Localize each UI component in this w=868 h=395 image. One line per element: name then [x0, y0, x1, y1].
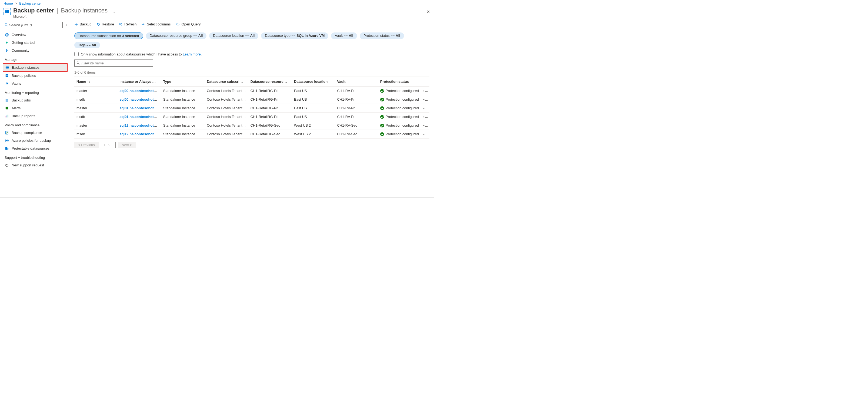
- row-menu[interactable]: •••: [421, 87, 429, 95]
- nav-item-new-support-request[interactable]: New support request: [3, 161, 67, 169]
- learn-more-link[interactable]: Learn more: [183, 52, 200, 56]
- breadcrumb-current[interactable]: Backup center: [19, 1, 42, 5]
- cell-instance: sql00.na.contosohotels…: [117, 87, 161, 95]
- instance-link[interactable]: sql01.na.contosohotels…: [119, 106, 161, 110]
- instance-link[interactable]: sql12.na.contosohotels…: [119, 123, 161, 128]
- nav-item-backup-policies[interactable]: Backup policies: [3, 72, 67, 80]
- query-button[interactable]: Open Query: [176, 22, 201, 26]
- filter-pill[interactable]: Datasource type == SQL in Azure VM: [261, 32, 328, 39]
- title-more[interactable]: …: [113, 9, 117, 13]
- row-menu[interactable]: •••: [421, 130, 429, 139]
- restore-button[interactable]: Restore: [96, 22, 114, 26]
- svg-point-9: [7, 50, 8, 51]
- col-header[interactable]: Name↑↓: [74, 77, 117, 87]
- page-select[interactable]: 1: [101, 142, 116, 148]
- filter-pill[interactable]: Tags == All: [74, 42, 100, 48]
- col-header[interactable]: Vault: [335, 77, 378, 87]
- table-row[interactable]: mastersql12.na.contosohotels…Standalone …: [74, 121, 429, 130]
- cell-rg: CH1-RetailRG-Pri: [248, 113, 292, 121]
- col-header[interactable]: Instance or Always …: [117, 77, 161, 87]
- success-icon: [380, 132, 384, 136]
- refresh-icon: [119, 23, 123, 26]
- cell-name: msdb: [74, 113, 117, 121]
- nav-item-backup-compliance[interactable]: Backup compliance: [3, 129, 67, 137]
- nav-label: Overview: [11, 33, 26, 37]
- row-menu[interactable]: •••: [421, 113, 429, 121]
- vault-icon: [5, 81, 9, 85]
- cell-sub: Contoso Hotels Tenant -…: [205, 130, 248, 139]
- nav-item-backup-jobs[interactable]: Backup jobs: [3, 96, 67, 104]
- sidebar-collapse[interactable]: «: [65, 23, 67, 27]
- svg-point-8: [6, 49, 7, 51]
- instance-link[interactable]: sql00.na.contosohotels…: [119, 97, 161, 102]
- svg-rect-28: [7, 148, 8, 150]
- col-header[interactable]: Datasource subscri…: [205, 77, 248, 87]
- title-divider: |: [57, 7, 58, 14]
- cell-type: Standalone Instance: [161, 121, 205, 130]
- instance-icon: [5, 65, 9, 69]
- name-filter[interactable]: [74, 59, 153, 66]
- backup-button[interactable]: Backup: [74, 22, 91, 26]
- breadcrumb-home[interactable]: Home: [3, 1, 13, 5]
- name-filter-input[interactable]: [81, 61, 151, 65]
- cell-name: msdb: [74, 95, 117, 104]
- refresh-button[interactable]: Refresh: [119, 22, 137, 26]
- cell-vault: CH1-RV-Pri: [335, 95, 378, 104]
- svg-rect-14: [6, 75, 7, 75]
- rocket-icon: [5, 40, 9, 45]
- sidebar-search[interactable]: [3, 22, 63, 28]
- table-row[interactable]: msdbsql01.na.contosohotels…Standalone In…: [74, 113, 429, 121]
- row-menu[interactable]: •••: [421, 104, 429, 113]
- prev-button[interactable]: < Previous: [74, 142, 99, 148]
- access-checkbox[interactable]: [74, 52, 79, 56]
- col-header[interactable]: Datasource resourc…: [248, 77, 292, 87]
- filter-pill[interactable]: Datasource subscription == 3 selected: [74, 32, 143, 39]
- filter-pill[interactable]: Protection status == All: [360, 32, 404, 39]
- nav-label: Backup policies: [11, 74, 36, 78]
- nav-label: Alerts: [11, 106, 21, 110]
- cloud-icon: [176, 23, 180, 26]
- instance-link[interactable]: sql12.na.contosohotels…: [119, 132, 161, 136]
- nav-item-backup-instances[interactable]: Backup instances: [3, 63, 67, 72]
- svg-point-30: [6, 164, 7, 165]
- table-row[interactable]: mastersql00.na.contosohotels…Standalone …: [74, 87, 429, 95]
- columns-button[interactable]: Select columns: [141, 22, 170, 26]
- cell-vault: CH1-RV-Pri: [335, 104, 378, 113]
- instance-link[interactable]: sql00.na.contosohotels…: [119, 89, 161, 93]
- table-row[interactable]: msdbsql00.na.contosohotels…Standalone In…: [74, 95, 429, 104]
- nav-item-protectable-datasources[interactable]: Protectable datasources: [3, 144, 67, 152]
- cell-loc: West US 2: [292, 121, 335, 130]
- table-row[interactable]: mastersql01.na.contosohotels…Standalone …: [74, 104, 429, 113]
- filter-pill[interactable]: Datasource resource group == All: [146, 32, 207, 39]
- nav-item-vaults[interactable]: Vaults: [3, 80, 67, 87]
- filter-pill[interactable]: Datasource location == All: [209, 32, 258, 39]
- svg-rect-23: [6, 115, 7, 118]
- nav-item-alerts[interactable]: Alerts: [3, 104, 67, 112]
- col-header[interactable]: Type: [161, 77, 205, 87]
- row-menu[interactable]: •••: [421, 95, 429, 104]
- nav-item-backup-reports[interactable]: Backup reports: [3, 112, 67, 120]
- globe-icon: [5, 33, 9, 37]
- nav-item-azure-policies-for-backup[interactable]: Azure policies for backup: [3, 137, 67, 144]
- nav-item-overview[interactable]: Overview: [3, 31, 67, 39]
- search-icon: [5, 23, 8, 27]
- columns-label: Select columns: [147, 22, 170, 26]
- table-row[interactable]: msdbsql12.na.contosohotels…Standalone In…: [74, 130, 429, 139]
- col-header[interactable]: Protection status: [378, 77, 421, 87]
- success-icon: [380, 124, 384, 128]
- instance-link[interactable]: sql01.na.contosohotels…: [119, 115, 161, 119]
- cell-vault: CH1-RV-Sec: [335, 121, 378, 130]
- filter-pill[interactable]: Vault == All: [331, 32, 357, 39]
- col-header[interactable]: Datasource location: [292, 77, 335, 87]
- nav-item-community[interactable]: Community: [3, 47, 67, 54]
- next-button[interactable]: Next >: [118, 142, 136, 148]
- svg-rect-10: [5, 66, 8, 69]
- nav-item-getting-started[interactable]: Getting started: [3, 39, 67, 47]
- cell-vault: CH1-RV-Sec: [335, 130, 378, 139]
- pager: < Previous 1 Next >: [74, 142, 429, 148]
- close-button[interactable]: ✕: [427, 9, 430, 15]
- row-menu[interactable]: •••: [421, 121, 429, 130]
- cell-type: Standalone Instance: [161, 95, 205, 104]
- breadcrumb: Home > Backup center: [0, 0, 434, 6]
- sidebar-search-input[interactable]: [9, 23, 61, 27]
